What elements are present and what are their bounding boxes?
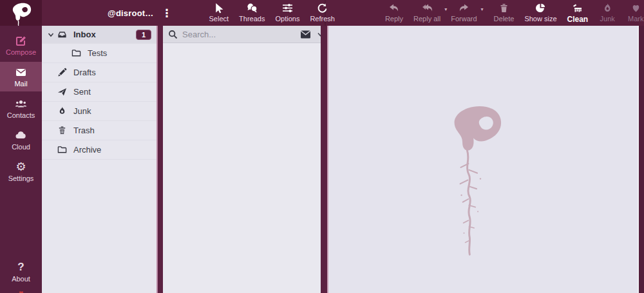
folder-row-inbox[interactable]: Inbox 1 xyxy=(42,26,156,44)
sidebar-item-settings[interactable]: ⚙ Settings xyxy=(0,156,42,186)
chat-bubbles-icon xyxy=(247,3,258,14)
sidebar-item-contacts[interactable]: Contacts xyxy=(0,93,42,123)
message-list-empty[interactable] xyxy=(163,43,321,293)
forward-icon xyxy=(459,3,469,14)
refresh-button[interactable]: Refresh xyxy=(305,0,340,23)
list-toolbar: Select Threads Options xyxy=(204,0,340,26)
folder-row-tests[interactable]: Tests xyxy=(42,44,156,63)
reply-all-button[interactable]: Reply all ▾ xyxy=(408,0,446,23)
junk-button[interactable]: Junk xyxy=(593,0,621,23)
paper-plane-icon xyxy=(57,87,67,97)
folder-row-junk[interactable]: Junk xyxy=(42,102,156,121)
options-button[interactable]: Options xyxy=(270,0,305,23)
trash-icon xyxy=(57,126,67,136)
disroot-d-icon xyxy=(7,2,35,28)
kebab-menu-icon[interactable]: ⋮ xyxy=(160,6,175,20)
disroot-logo[interactable] xyxy=(0,0,42,26)
heart-tag-icon xyxy=(630,3,641,14)
message-toolbar: Reply Reply all ▾ Forward ▾ xyxy=(380,0,644,26)
threads-button[interactable]: Threads xyxy=(234,0,270,23)
broom-icon xyxy=(572,3,583,14)
gear-icon: ⚙ xyxy=(15,160,26,173)
fire-icon xyxy=(57,106,67,117)
panel-splitter-right[interactable] xyxy=(321,26,328,293)
top-toolbar: @disroot… ⋮ Select Threads xyxy=(0,0,644,26)
select-button[interactable]: Select xyxy=(204,0,234,23)
message-list-panel xyxy=(163,26,321,293)
account-name[interactable]: @disroot… xyxy=(108,8,154,18)
search-input[interactable] xyxy=(182,30,296,39)
search-icon xyxy=(168,30,178,39)
search-scope-envelope-icon[interactable] xyxy=(300,30,311,39)
main-layout: Compose Mail Contacts xyxy=(0,26,644,293)
mark-button[interactable]: Mark xyxy=(621,0,644,23)
pencil-icon xyxy=(57,68,67,78)
show-size-button[interactable]: Show size xyxy=(519,0,562,23)
account-area: @disroot… ⋮ xyxy=(108,0,175,26)
chevron-down-icon[interactable] xyxy=(46,32,55,38)
reply-button[interactable]: Reply xyxy=(380,0,408,23)
compose-button[interactable]: Compose xyxy=(0,30,42,60)
folder-row-sent[interactable]: Sent xyxy=(42,82,156,102)
delete-button[interactable]: Delete xyxy=(489,0,520,23)
folder-icon xyxy=(71,48,81,59)
reply-icon xyxy=(388,3,399,14)
window-right-border xyxy=(638,26,644,293)
cursor-icon xyxy=(213,3,224,14)
folder-icon xyxy=(57,145,67,155)
pie-chart-icon xyxy=(535,3,546,14)
sidebar-item-about[interactable]: ? About xyxy=(0,257,42,287)
app-sidebar: Compose Mail Contacts xyxy=(0,26,42,293)
folder-row-trash[interactable]: Trash xyxy=(42,121,156,140)
inbox-tray-icon xyxy=(57,30,67,40)
folder-list: Inbox 1 Tests Drafts xyxy=(42,26,156,293)
refresh-icon xyxy=(317,3,328,14)
trash-icon xyxy=(498,3,509,14)
search-bar xyxy=(163,26,321,43)
question-mark-icon: ? xyxy=(17,261,24,274)
sidebar-item-cloud[interactable]: Cloud xyxy=(0,125,42,155)
forward-menu-caret-icon[interactable]: ▾ xyxy=(481,6,484,12)
compose-icon xyxy=(15,34,27,47)
folder-row-drafts[interactable]: Drafts xyxy=(42,63,156,82)
unread-count-badge: 1 xyxy=(136,30,151,40)
panel-splitter-left[interactable] xyxy=(156,26,163,293)
contacts-icon xyxy=(15,97,27,110)
donate-heart-icon[interactable]: ♥ xyxy=(19,289,23,293)
reading-pane[interactable] xyxy=(328,26,638,293)
folder-row-archive[interactable]: Archive xyxy=(42,140,156,160)
reply-all-icon xyxy=(422,3,433,14)
cloud-icon xyxy=(15,129,27,142)
disroot-watermark-icon xyxy=(447,103,511,261)
sliders-icon xyxy=(282,3,293,14)
forward-button[interactable]: Forward ▾ xyxy=(446,0,482,23)
mail-envelope-icon xyxy=(15,66,27,79)
fire-icon xyxy=(602,3,613,14)
clean-button[interactable]: Clean xyxy=(562,0,594,24)
sidebar-item-mail[interactable]: Mail xyxy=(0,62,42,91)
